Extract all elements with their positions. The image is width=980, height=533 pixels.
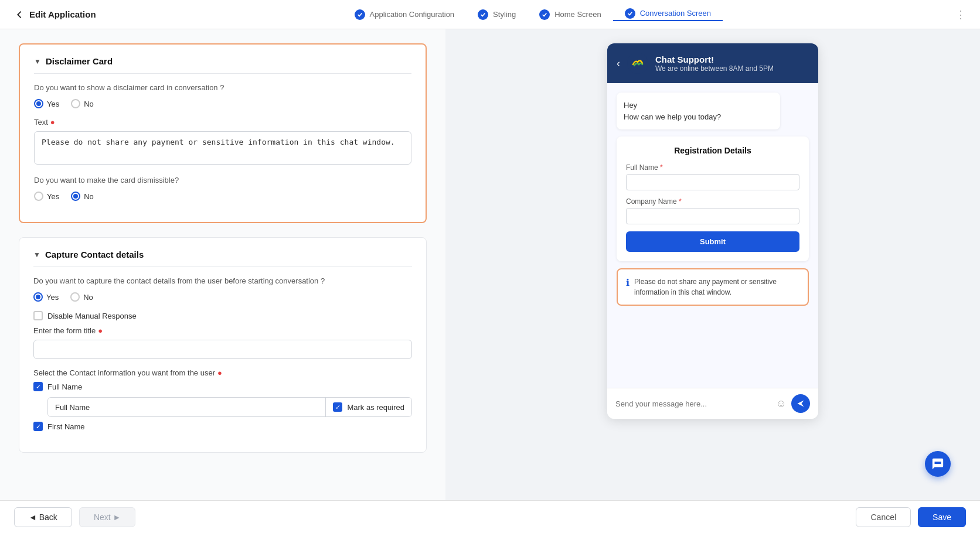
check-icon-home-screen [539, 9, 550, 20]
disclaimer-card-section: ▼ Disclaimer Card Do you want to show a … [19, 43, 427, 223]
reg-submit-button[interactable]: Submit [626, 231, 799, 252]
bottom-left-actions: ◄ Back Next ► [14, 507, 135, 527]
show-disclaimer-label: Do you want to show a disclaimer card in… [34, 83, 411, 92]
radio-yes-indicator [34, 99, 43, 108]
chat-preview: ‹ Chat Support! We are online between 8A… [607, 43, 818, 419]
capture-contact-group: Do you want to capture the contact detai… [33, 276, 412, 302]
full-name-preview-label: Full Name * [626, 163, 799, 172]
chat-logo [627, 53, 648, 74]
radio-yes-label: Yes [47, 100, 59, 108]
radio-no-indicator [71, 99, 80, 108]
info-icon: ℹ [626, 277, 629, 288]
form-title-input[interactable]: Registration Details [33, 340, 412, 359]
greeting-message: HeyHow can we help you today? [617, 93, 780, 129]
chat-header-title: Chat Support! [655, 54, 809, 64]
right-panel: ‹ Chat Support! We are online between 8A… [445, 29, 980, 500]
dismissible-group: Do you want to make the card dismissible… [34, 176, 411, 201]
form-title-label: Enter the form title ● [33, 326, 412, 335]
dismissible-no[interactable]: No [71, 192, 94, 201]
dismissible-radio-group: Yes No [34, 192, 411, 201]
greeting-text: HeyHow can we help you today? [624, 100, 773, 122]
select-contact-required-dot: ● [217, 368, 222, 377]
full-name-required-toggle[interactable]: Mark as required [325, 398, 411, 416]
disable-manual-response[interactable]: Disable Manual Response [33, 311, 412, 320]
check-icon-conversation-screen [625, 8, 635, 19]
save-button[interactable]: Save [918, 507, 966, 527]
show-disclaimer-group: Do you want to show a disclaimer card in… [34, 83, 411, 108]
radio-no-label: No [84, 100, 94, 108]
company-name-preview-input[interactable] [626, 208, 799, 224]
chat-body: HeyHow can we help you today? Registrati… [607, 83, 818, 388]
app-title: Edit Application [29, 9, 96, 19]
full-name-label: Full Name [47, 382, 82, 391]
send-button[interactable] [791, 394, 810, 413]
left-panel: ▼ Disclaimer Card Do you want to show a … [0, 29, 445, 500]
disclaimer-section-header: ▼ Disclaimer Card [34, 56, 411, 74]
chat-message-input[interactable] [615, 399, 771, 408]
radio-dismissible-yes [34, 192, 43, 201]
first-name-checkbox-item[interactable]: First Name [33, 422, 412, 431]
registration-card: Registration Details Full Name * Company… [617, 136, 809, 261]
disclaimer-section-title: Disclaimer Card [46, 56, 113, 66]
check-icon-app-config [355, 9, 365, 20]
back-button[interactable]: ◄ Back [14, 507, 72, 527]
full-name-preview-input[interactable] [626, 174, 799, 190]
radio-capture-yes-label: Yes [46, 293, 59, 302]
full-name-checkbox-item[interactable]: Full Name [33, 382, 412, 391]
company-name-preview-label: Company Name * [626, 197, 799, 206]
show-disclaimer-radio-group: Yes No [34, 99, 411, 108]
select-contact-label: Select the Contact information you want … [33, 368, 412, 377]
full-name-required-checkbox [333, 402, 342, 412]
dismissible-label: Do you want to make the card dismissible… [34, 176, 411, 184]
step-styling[interactable]: Styling [466, 9, 528, 20]
show-disclaimer-yes[interactable]: Yes [34, 99, 59, 108]
step-conversation-screen[interactable]: Conversation Screen [613, 8, 723, 21]
capture-section-title: Capture Contact details [45, 250, 144, 259]
step-label-styling: Styling [493, 10, 516, 19]
top-nav: Edit Application Application Configurati… [0, 0, 980, 29]
chat-fab-button[interactable] [925, 451, 951, 477]
radio-capture-yes [33, 292, 43, 302]
first-name-label: First Name [47, 422, 85, 431]
chat-back-icon[interactable]: ‹ [617, 57, 620, 70]
wizard-steps: Application Configuration Styling Home S… [110, 8, 955, 21]
bottom-bar: ◄ Back Next ► Cancel Save [0, 500, 980, 533]
check-icon-styling [478, 9, 488, 20]
chat-input-row: ☺ [607, 388, 818, 419]
step-home-screen[interactable]: Home Screen [528, 9, 612, 20]
bottom-right-actions: Cancel Save [856, 507, 966, 527]
back-nav[interactable]: Edit Application [14, 9, 96, 20]
capture-yes[interactable]: Yes [33, 292, 59, 302]
main-layout: ▼ Disclaimer Card Do you want to show a … [0, 29, 980, 500]
reg-title: Registration Details [626, 146, 799, 155]
step-label-conversation-screen: Conversation Screen [640, 9, 711, 18]
disclaimer-preview-text: Please do not share any payment or sensi… [634, 276, 799, 298]
full-name-field-value: Full Name [48, 398, 325, 416]
radio-dismissible-yes-label: Yes [47, 192, 59, 201]
next-button[interactable]: Next ► [79, 507, 136, 527]
disclaimer-text-label: Text ● [34, 118, 411, 127]
step-label-home-screen: Home Screen [554, 10, 601, 19]
radio-dismissible-no [71, 192, 80, 201]
step-label-app-config: Application Configuration [370, 10, 455, 19]
show-disclaimer-no[interactable]: No [71, 99, 94, 108]
first-name-checkbox [33, 422, 43, 431]
more-options-icon[interactable]: ⋮ [955, 8, 966, 21]
chevron-down-icon[interactable]: ▼ [34, 57, 41, 66]
step-app-config[interactable]: Application Configuration [343, 9, 467, 20]
disable-manual-label: Disable Manual Response [47, 312, 137, 320]
required-dot: ● [50, 118, 55, 127]
emoji-icon[interactable]: ☺ [776, 398, 787, 410]
capture-chevron-icon[interactable]: ▼ [33, 251, 40, 259]
form-title-group: Enter the form title ● Registration Deta… [33, 326, 412, 359]
radio-dismissible-no-label: No [84, 192, 94, 201]
capture-no[interactable]: No [70, 292, 93, 302]
capture-contact-section: ▼ Capture Contact details Do you want to… [19, 237, 427, 453]
chat-header-subtitle: We are online between 8AM and 5PM [655, 64, 809, 73]
dismissible-yes[interactable]: Yes [34, 192, 59, 201]
full-name-checkbox [33, 382, 43, 391]
disclaimer-text-input[interactable]: Please do not share any payment or sensi… [34, 131, 411, 165]
cancel-button[interactable]: Cancel [856, 507, 911, 527]
chat-header-info: Chat Support! We are online between 8AM … [655, 54, 809, 73]
full-name-required-label: Mark as required [347, 403, 404, 412]
